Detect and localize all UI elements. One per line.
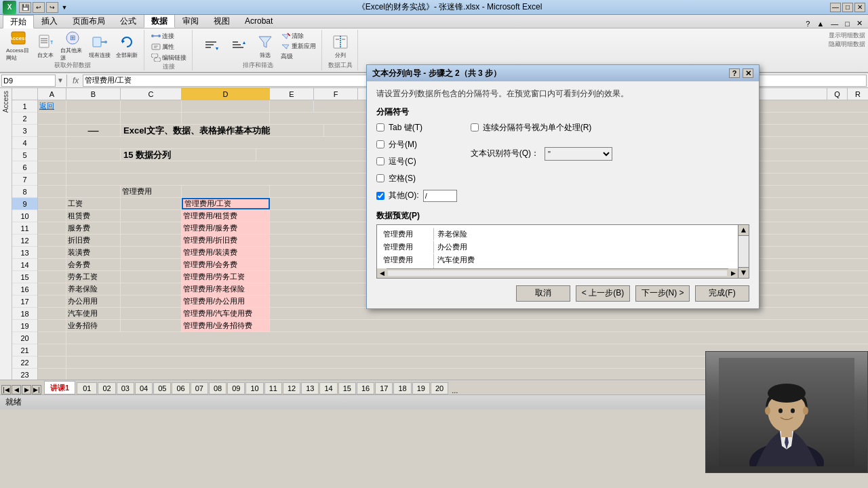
- cell-d10[interactable]: 管理费用/租赁费: [182, 210, 270, 222]
- cell-d15[interactable]: 管理费用/劳务工资: [182, 271, 270, 283]
- cell-rest19[interactable]: [270, 320, 868, 331]
- reapply-btn[interactable]: 重新应用: [279, 41, 317, 51]
- cell-rest18[interactable]: [270, 308, 868, 319]
- cell-d14[interactable]: 管理费用/会务费: [182, 259, 270, 270]
- cell-b2[interactable]: [66, 113, 121, 124]
- sheet-tab-15[interactable]: 15: [338, 382, 356, 394]
- cell-a6[interactable]: [38, 161, 66, 173]
- sheet-tab-18[interactable]: 18: [393, 382, 411, 394]
- refresh-all-btn[interactable]: 全部刷新: [114, 31, 140, 61]
- window-btn-1[interactable]: —: [828, 20, 841, 28]
- sheet-tab-03[interactable]: 03: [117, 382, 134, 394]
- tab-home[interactable]: 开始: [3, 15, 34, 28]
- cell-b14[interactable]: 会务费: [66, 259, 121, 270]
- cell-a2[interactable]: [38, 113, 66, 124]
- existing-conn-btn[interactable]: 现有连接: [87, 31, 113, 61]
- next-step-button[interactable]: 下一步(N) >: [635, 285, 690, 302]
- checkbox-tab[interactable]: [376, 123, 384, 131]
- cell-e1[interactable]: [270, 100, 314, 112]
- sheet-tab-14[interactable]: 14: [319, 382, 337, 394]
- cell-a21[interactable]: [38, 344, 66, 356]
- text-id-select[interactable]: " ' {无}: [545, 147, 612, 161]
- filter-btn[interactable]: 筛选: [252, 31, 278, 61]
- sheet-tab-09[interactable]: 09: [227, 382, 245, 394]
- col-header-a[interactable]: A: [38, 88, 66, 100]
- tab-review[interactable]: 审阅: [175, 14, 206, 28]
- text-import-btn[interactable]: T 自文本: [33, 31, 58, 61]
- sheet-nav-last[interactable]: ▶|: [32, 385, 41, 394]
- access-btn[interactable]: Access Access目网站: [5, 31, 31, 61]
- cell-a7[interactable]: [38, 174, 66, 185]
- cell-a19[interactable]: [38, 320, 66, 331]
- cell-a18[interactable]: [38, 308, 66, 319]
- window-btn-2[interactable]: □: [842, 20, 852, 28]
- properties-btn[interactable]: 属性: [150, 42, 176, 52]
- cell-b8[interactable]: [66, 186, 121, 197]
- split-column-btn[interactable]: 分列: [328, 31, 353, 61]
- ribbon-minimize-btn[interactable]: ▲: [814, 20, 827, 28]
- cell-c14[interactable]: [121, 259, 182, 270]
- cell-c1[interactable]: [121, 100, 182, 112]
- cancel-button[interactable]: 取消: [516, 285, 570, 302]
- sheet-tab-13[interactable]: 13: [301, 382, 319, 394]
- cell-a12[interactable]: [38, 235, 66, 246]
- sheet-tab-07[interactable]: 07: [191, 382, 208, 394]
- help-btn[interactable]: ?: [803, 20, 812, 28]
- cell-d12[interactable]: 管理费用/折旧费: [182, 235, 270, 246]
- cell-d8[interactable]: [182, 186, 270, 197]
- cell-d17[interactable]: 管理费用/办公用用: [182, 296, 270, 307]
- cell-b1[interactable]: [66, 100, 121, 112]
- checkbox-space[interactable]: [376, 174, 384, 182]
- sheet-tab-08[interactable]: 08: [209, 382, 226, 394]
- cell-d2[interactable]: [182, 113, 270, 124]
- cell-a9[interactable]: [38, 198, 66, 209]
- cell-a10[interactable]: [38, 210, 66, 222]
- cell-a11[interactable]: [38, 222, 66, 234]
- tab-formula[interactable]: 公式: [113, 14, 144, 28]
- quick-save-btn[interactable]: 💾: [19, 2, 31, 13]
- cell-c5[interactable]: 15 数据分列: [121, 149, 256, 161]
- preview-scroll-down-btn[interactable]: ▼: [738, 267, 749, 278]
- checkbox-semicolon[interactable]: [376, 140, 384, 148]
- cell-c19[interactable]: [121, 320, 182, 331]
- cell-d9-selected[interactable]: 管理费用/工资: [182, 198, 270, 209]
- cell-c12[interactable]: [121, 235, 182, 246]
- cell-a13[interactable]: [38, 247, 66, 258]
- sheet-tab-06[interactable]: 06: [172, 382, 189, 394]
- checkbox-other[interactable]: [376, 192, 384, 200]
- cell-a14[interactable]: [38, 259, 66, 270]
- quick-more-btn[interactable]: ▼: [60, 2, 69, 13]
- cell-c13[interactable]: [121, 247, 182, 258]
- sheet-tab-lecture1[interactable]: 讲课1: [44, 381, 75, 394]
- cell-a5[interactable]: [38, 149, 66, 161]
- cell-c2[interactable]: [121, 113, 182, 124]
- sheet-tab-10[interactable]: 10: [245, 382, 263, 394]
- cell-b15[interactable]: 劳务工资: [66, 271, 121, 283]
- cell-a1[interactable]: 返回: [38, 100, 66, 112]
- restore-btn[interactable]: □: [842, 3, 853, 12]
- cell-c11[interactable]: [121, 222, 182, 234]
- cell-b19[interactable]: 业务招待: [66, 320, 121, 331]
- col-header-q[interactable]: Q: [827, 88, 848, 100]
- cell-c18[interactable]: [121, 308, 182, 319]
- preview-hscroll-right-btn[interactable]: ▶: [728, 268, 738, 278]
- dialog-close-btn[interactable]: ✕: [743, 68, 753, 78]
- cell-b3[interactable]: —: [66, 125, 121, 136]
- sort-desc-btn[interactable]: [225, 31, 251, 61]
- cell-a15[interactable]: [38, 271, 66, 283]
- close-btn[interactable]: ✕: [854, 3, 865, 12]
- cell-c16[interactable]: [121, 283, 182, 295]
- cell-c8[interactable]: 管理费用: [121, 186, 182, 197]
- sheet-tab-11[interactable]: 11: [264, 382, 282, 394]
- cell-a23[interactable]: [38, 369, 66, 380]
- cell-a20[interactable]: [38, 332, 66, 344]
- cell-b9[interactable]: 工资: [66, 198, 121, 209]
- sheet-tab-17[interactable]: 17: [375, 382, 393, 394]
- window-btn-3[interactable]: ✕: [854, 19, 865, 28]
- cell-a4[interactable]: [38, 137, 66, 148]
- cell-b5[interactable]: [66, 149, 121, 161]
- preview-scroll-up-btn[interactable]: ▲: [738, 225, 749, 236]
- sheet-tab-02[interactable]: 02: [98, 382, 115, 394]
- sheet-tab-20[interactable]: 20: [431, 382, 448, 394]
- cell-c9[interactable]: [121, 198, 182, 209]
